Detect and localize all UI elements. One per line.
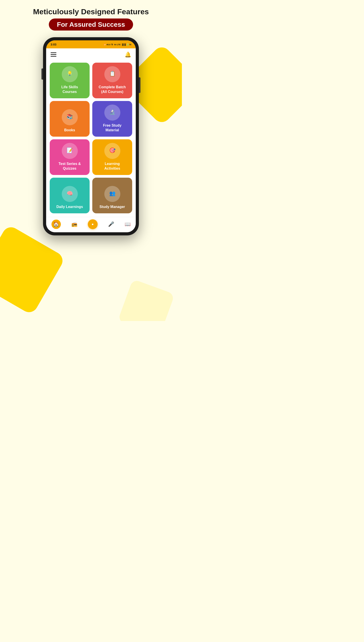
nav-mic[interactable]: 🎤 <box>108 221 114 227</box>
tile-daily-learnings[interactable]: 🧠Daily Learnings <box>50 178 90 213</box>
tile-label-free-study-material: Free Study Material <box>103 123 122 133</box>
nav-news[interactable]: 📻 <box>71 221 77 227</box>
svg-text:🔬: 🔬 <box>109 109 116 115</box>
svg-text:📝: 📝 <box>67 147 73 153</box>
center-icon: ● <box>92 222 94 226</box>
nav-home[interactable]: 🏠 <box>52 220 61 229</box>
tile-icon-complete-batch: 📋 <box>104 66 120 82</box>
svg-text:💡: 💡 <box>67 71 73 76</box>
status-wifi: ⇅ <box>111 44 113 46</box>
hamburger-menu[interactable] <box>50 52 56 56</box>
menu-grid: 💡Life Skills Courses📋Complete Batch (All… <box>46 61 136 217</box>
book-icon: 📖 <box>124 221 130 227</box>
page-header: Meticulously Designed Features For Assur… <box>0 0 182 35</box>
tile-icon-study-manager: 👥 <box>104 186 120 202</box>
tile-label-life-skills: Life Skills Courses <box>61 85 78 94</box>
status-lte: Vo LTE <box>114 44 120 46</box>
headline-sub: For Assured Success <box>49 18 133 30</box>
tile-label-complete-batch: Complete Batch (All Courses) <box>99 85 126 94</box>
status-time: 3:03 <box>50 43 56 46</box>
mic-icon: 🎤 <box>108 221 114 227</box>
tile-study-manager[interactable]: 👥Study Manager <box>92 178 132 213</box>
tile-books[interactable]: 📚Books <box>50 101 90 137</box>
status-data: 📶 45.0 <box>104 44 110 46</box>
tile-label-study-manager: Study Manager <box>100 205 125 209</box>
status-battery: 🔋76 <box>126 44 131 46</box>
tile-life-skills[interactable]: 💡Life Skills Courses <box>50 63 90 98</box>
phone-mockup: 3:03 📶 45.0 ⇅ Vo LTE ▐▐▐ 🔋76 🔔 💡Life Ski… <box>43 37 139 236</box>
tile-label-learning-activities: Learning Activities <box>104 162 120 171</box>
home-icon: 🏠 <box>52 220 61 229</box>
status-bar: 3:03 📶 45.0 ⇅ Vo LTE ▐▐▐ 🔋76 <box>46 40 136 48</box>
nav-center[interactable]: ● <box>88 219 98 229</box>
tile-learning-activities[interactable]: 🎯Learning Activities <box>92 139 132 175</box>
bg-decoration-left <box>0 224 66 316</box>
bg-decoration-bottom <box>118 279 175 321</box>
svg-text:🎯: 🎯 <box>109 147 116 153</box>
tile-complete-batch[interactable]: 📋Complete Batch (All Courses) <box>92 63 132 98</box>
bottom-nav: 🏠 📻 ● 🎤 📖 <box>46 217 136 232</box>
nav-book[interactable]: 📖 <box>124 221 130 227</box>
tile-icon-books: 📚 <box>62 109 78 125</box>
notification-bell-icon[interactable]: 🔔 <box>124 52 131 58</box>
tile-icon-test-series: 📝 <box>62 143 78 159</box>
svg-text:📚: 📚 <box>67 114 73 120</box>
hamburger-line-1 <box>50 52 56 53</box>
tile-free-study-material[interactable]: 🔬Free Study Material <box>92 101 132 137</box>
news-icon: 📻 <box>71 221 77 227</box>
top-bar: 🔔 <box>46 48 136 61</box>
tile-icon-life-skills: 💡 <box>62 66 78 82</box>
status-signal: ▐▐▐ <box>122 44 126 46</box>
hamburger-line-2 <box>50 54 56 55</box>
headline-main: Meticulously Designed Features <box>4 7 178 16</box>
svg-text:📋: 📋 <box>109 70 116 77</box>
tile-label-daily-learnings: Daily Learnings <box>56 205 83 209</box>
tile-label-books: Books <box>64 128 75 133</box>
hamburger-line-3 <box>50 56 56 56</box>
svg-text:👥: 👥 <box>109 190 116 196</box>
phone-screen: 3:03 📶 45.0 ⇅ Vo LTE ▐▐▐ 🔋76 🔔 💡Life Ski… <box>46 40 136 232</box>
tile-label-test-series: Test Series & Quizzes <box>58 162 81 171</box>
tile-test-series[interactable]: 📝Test Series & Quizzes <box>50 139 90 175</box>
tile-icon-daily-learnings: 🧠 <box>62 186 78 202</box>
tile-icon-free-study-material: 🔬 <box>104 104 120 120</box>
status-icons: 📶 45.0 ⇅ Vo LTE ▐▐▐ 🔋76 <box>104 44 131 46</box>
svg-text:🧠: 🧠 <box>67 190 73 196</box>
tile-icon-learning-activities: 🎯 <box>104 143 120 159</box>
